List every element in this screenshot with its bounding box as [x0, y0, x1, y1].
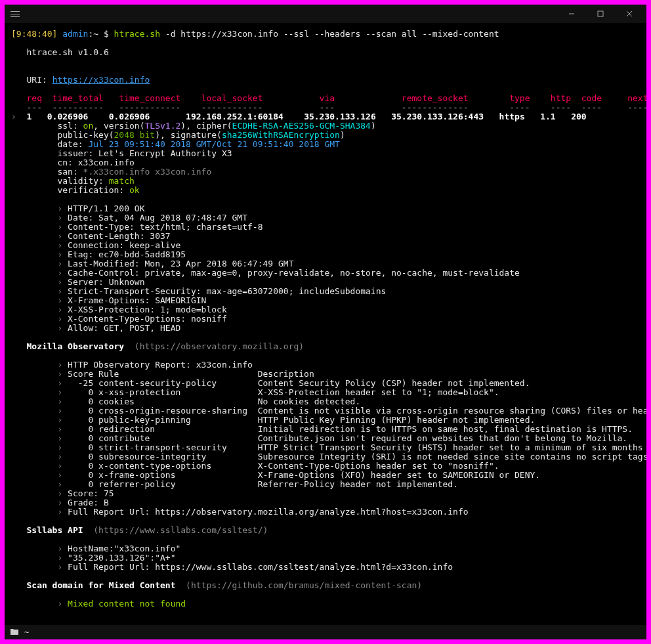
ssllabs-rows: › HostName:"x33con.info" › "35.230.133.1…	[11, 544, 453, 572]
moz-chev: ›	[11, 360, 68, 370]
moz-chev: ›	[11, 507, 68, 517]
terminal-body[interactable]: [9:48:40] admin:~ $ htrace.sh -d https:/…	[5, 23, 646, 625]
ssl-date-lbl: date:	[11, 139, 88, 149]
terminal-window: [9:48:40] admin:~ $ htrace.sh -d https:/…	[5, 5, 646, 639]
ssl-close1: )	[371, 121, 376, 131]
status-path: ~	[24, 628, 29, 637]
folder-icon	[10, 628, 19, 637]
moz-chev: ›	[11, 498, 68, 507]
row-tt: 0.026906	[32, 112, 88, 121]
moz-l1: HTTP Observatory Report: x33con.info	[68, 360, 253, 370]
mixed-title: Scan domain for Mixed Content	[11, 580, 175, 590]
uri-value[interactable]: https://x33con.info	[52, 75, 150, 85]
ssl-verif-lbl: verification:	[11, 185, 129, 195]
ssllabs-url: (https://www.ssllabs.com/ssltest/)	[83, 525, 268, 535]
http-headers: › HTTP/1.1 200 OK › Date: Sat, 04 Aug 20…	[11, 204, 520, 333]
ssl-date: Jul 23 09:51:40 2018 GMT/Oct 21 09:51:40…	[88, 139, 340, 149]
row-type: https	[484, 112, 525, 121]
ssl-prefix: ssl:	[11, 121, 83, 131]
minimize-button[interactable]	[558, 6, 585, 22]
moz-chev: ›	[11, 488, 68, 498]
moz-full: Full Report Url: https://observatory.moz…	[68, 507, 468, 517]
moz-chev: ›	[11, 369, 68, 379]
table-header-sep: --- ---------- ------------ ------------…	[11, 102, 646, 112]
mixed-chev: ›	[11, 599, 68, 609]
ssl-cipher: ECDHE-RSA-AES256-GCM-SHA384	[232, 121, 371, 131]
moz-l2: Score Rule Description	[68, 369, 314, 379]
ssl-validity: match	[109, 176, 135, 186]
prompt-dollar: $	[98, 29, 114, 39]
ssl-verif: ok	[129, 185, 140, 195]
maximize-button[interactable]	[587, 6, 614, 22]
title-bar	[5, 5, 646, 23]
row-chev: ›	[11, 112, 16, 121]
row-req: 1	[16, 112, 32, 121]
status-bar: ~	[5, 625, 646, 639]
hamburger-icon[interactable]	[9, 7, 22, 20]
ssllabs-title: Ssllabs API	[11, 525, 83, 535]
ssl-san-lbl: san:	[11, 167, 83, 177]
ssl-version-lbl: , version(	[93, 121, 144, 131]
ssl-on: on	[83, 121, 94, 131]
ssl-cn: cn: x33con.info	[11, 158, 135, 167]
uri-label: URI:	[11, 75, 52, 85]
moz-title: Mozilla Observatory	[11, 341, 124, 351]
moz-grade: Grade: B	[68, 498, 109, 507]
ssl-pubkey-lbl: public-key(	[11, 130, 114, 140]
ssl-sig-lbl: ), signature(	[155, 130, 222, 140]
moz-rows: › -25 content-security-policy Content Se…	[11, 378, 646, 489]
banner-line: htrace.sh v1.0.6	[11, 47, 109, 57]
prompt-path: ~	[93, 29, 98, 39]
ssl-cipher-lbl: ), cipher(	[180, 121, 232, 131]
prompt-user: admin	[62, 29, 88, 39]
ssl-sig: sha256WithRSAEncryption	[222, 130, 340, 140]
cmd-name: htrace.sh	[114, 29, 160, 39]
ssl-pubkey: 2048 bit	[114, 130, 156, 140]
ssl-san: *.x33con.info x33con.info	[83, 167, 212, 177]
moz-score: Score: 75	[68, 488, 114, 498]
table-header: req time_total time_connect local_socket…	[11, 93, 646, 103]
moz-url: (https://observatory.mozilla.org)	[124, 341, 304, 351]
row-http: 1.1	[525, 112, 556, 121]
row-remote: 35.230.133.126:443	[376, 112, 484, 121]
ssl-issuer: issuer: Let's Encrypt Authority X3	[11, 148, 232, 158]
ssl-validity-lbl: validity:	[11, 176, 109, 186]
mixed-url: (https://github.com/bramus/mixed-content…	[175, 580, 422, 590]
prompt-timestamp: [9:48:40]	[11, 29, 57, 39]
row-local: 192.168.252.1:60184	[150, 112, 284, 121]
ssl-version: TLSv1.2	[145, 121, 181, 131]
row-via: 35.230.133.126	[284, 112, 376, 121]
close-button[interactable]	[616, 6, 642, 22]
mixed-result: Mixed content not found	[68, 599, 186, 609]
svg-rect-1	[598, 11, 603, 16]
row-tc: 0.026906	[88, 112, 150, 121]
ssl-close2: )	[340, 130, 345, 140]
row-code: 200	[556, 112, 587, 121]
cmd-args: -d https://x33con.info --ssl --headers -…	[160, 29, 499, 39]
